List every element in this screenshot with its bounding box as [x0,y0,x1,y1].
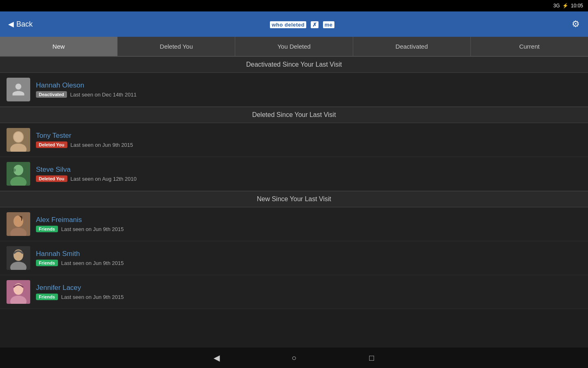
avatar-placeholder-icon [7,78,30,101]
battery-icon: ⚡ [562,3,568,9]
avatar [7,162,30,186]
avatar [7,212,30,236]
last-seen-text: Last seen on Jun 9th 2015 [71,142,133,148]
top-bar: ◀ Back who deleted ✗ me ⚙ [0,11,588,37]
avatar [7,280,30,304]
new-section-header: New Since Your Last Visit [0,191,588,207]
person-name: Alex Freimanis [36,216,124,224]
home-nav-button[interactable]: ○ [288,352,300,364]
person-info: Hannah Smith Friends Last seen on Jun 9t… [36,250,124,266]
person-meta: Deleted You Last seen on Aug 12th 2010 [36,175,136,182]
title-pre: who deleted [270,21,306,28]
list-item[interactable]: Hannah Oleson Deactivated Last seen on D… [0,73,588,107]
network-indicator: 3G [553,3,560,9]
person-name: Jennifer Lacey [36,284,124,292]
person-name: Hannah Smith [36,250,124,258]
status-bar: 3G ⚡ 10:05 [0,0,588,11]
person-info: Alex Freimanis Friends Last seen on Jun … [36,216,124,232]
back-label: Back [16,20,33,29]
title-mark: ✗ [311,21,319,28]
avatar [7,78,30,101]
person-meta: Friends Last seen on Jun 9th 2015 [36,260,124,266]
tab-you-deleted[interactable]: You Deleted [235,37,353,56]
avatar [7,128,30,152]
tab-bar: New Deleted You You Deleted Deactivated … [0,37,588,56]
status-badge: Friends [36,294,58,300]
svg-point-7 [13,168,16,172]
last-seen-text: Last seen on Jun 9th 2015 [61,226,124,232]
tab-deleted-you[interactable]: Deleted You [118,37,235,56]
person-meta: Deactivated Last seen on Dec 14th 2011 [36,91,136,98]
title-post: me [323,21,334,28]
app-title: who deleted ✗ me [269,19,335,29]
svg-point-2 [14,132,23,142]
person-info: Hannah Oleson Deactivated Last seen on D… [36,81,136,98]
status-badge: Friends [36,226,58,232]
person-meta: Deleted You Last seen on Jun 9th 2015 [36,141,133,148]
content-area: Deactivated Since Your Last Visit Hannah… [0,56,588,348]
tab-current[interactable]: Current [471,37,588,56]
time-display: 10:05 [571,3,583,9]
status-badge: Friends [36,260,58,266]
last-seen-text: Last seen on Jun 9th 2015 [61,260,124,266]
avatar [7,246,30,270]
person-meta: Friends Last seen on Jun 9th 2015 [36,294,124,300]
person-name: Steve Silva [36,166,136,174]
deactivated-section-header: Deactivated Since Your Last Visit [0,56,588,73]
status-badge: Deleted You [36,141,67,148]
person-info: Jennifer Lacey Friends Last seen on Jun … [36,284,124,300]
back-nav-button[interactable]: ◀ [210,352,223,364]
back-arrow-icon: ◀ [8,20,14,29]
last-seen-text: Last seen on Jun 9th 2015 [61,294,124,300]
settings-button[interactable]: ⚙ [572,19,580,29]
last-seen-text: Last seen on Dec 14th 2011 [70,92,137,98]
last-seen-text: Last seen on Aug 12th 2010 [71,176,137,182]
list-item[interactable]: Steve Silva Deleted You Last seen on Aug… [0,157,588,191]
deleted-section-header: Deleted Since Your Last Visit [0,107,588,123]
person-info: Steve Silva Deleted You Last seen on Aug… [36,166,136,182]
bottom-nav: ◀ ○ □ [0,348,588,368]
list-item[interactable]: Tony Tester Deleted You Last seen on Jun… [0,123,588,157]
tab-deactivated[interactable]: Deactivated [353,37,471,56]
list-item[interactable]: Jennifer Lacey Friends Last seen on Jun … [0,275,588,309]
back-button[interactable]: ◀ Back [8,20,33,29]
tab-new[interactable]: New [0,37,118,56]
person-info: Tony Tester Deleted You Last seen on Jun… [36,132,133,148]
person-name: Hannah Oleson [36,81,136,90]
person-meta: Friends Last seen on Jun 9th 2015 [36,226,124,232]
status-badge: Deleted You [36,175,67,182]
status-badge: Deactivated [36,91,67,98]
list-item[interactable]: Alex Freimanis Friends Last seen on Jun … [0,207,588,241]
list-item[interactable]: Hannah Smith Friends Last seen on Jun 9t… [0,241,588,275]
person-name: Tony Tester [36,132,133,140]
recents-nav-button[interactable]: □ [365,352,378,364]
